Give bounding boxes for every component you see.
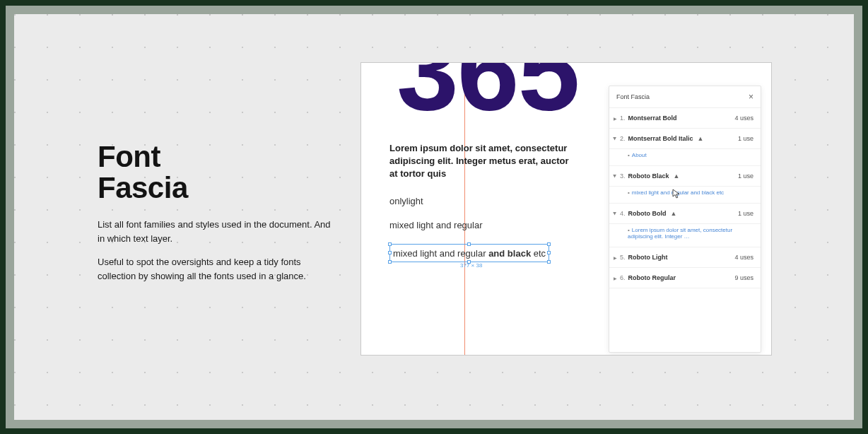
font-uses-count: 4 uses <box>734 115 753 122</box>
disclosure-triangle-icon[interactable]: ▶ <box>613 175 618 178</box>
resize-handle[interactable] <box>388 242 392 246</box>
selection-dimensions: 377 × 38 <box>460 262 482 269</box>
font-name: Roboto Bold <box>628 210 667 217</box>
font-row[interactable]: ▶2.Montserrat Bold Italic▲1 use <box>609 129 761 149</box>
font-fascia-panel: Font Fascia × ▶1.Montserrat Bold4 uses▶2… <box>609 86 761 353</box>
font-uses-count: 9 uses <box>734 274 753 281</box>
sample-mixed-regular: mixed light and regular <box>389 220 483 230</box>
font-uses-count: 4 uses <box>734 254 753 261</box>
plugin-title: Font Fascia <box>98 141 331 204</box>
font-layer-link[interactable]: •Lorem ipsum dolor sit amet, consectetur… <box>609 224 761 247</box>
font-name: Roboto Black <box>628 172 669 180</box>
resize-handle[interactable] <box>547 251 551 254</box>
promo-description-2: Useful to spot the oversights and keep a… <box>98 255 331 283</box>
figma-canvas-demo: 365 Lorem ipsum dolor sit amet, consecte… <box>360 62 772 356</box>
resize-handle[interactable] <box>547 260 551 264</box>
disclosure-triangle-icon[interactable]: ▶ <box>614 116 617 121</box>
font-index: 1. <box>620 115 626 122</box>
font-row[interactable]: ▶3.Roboto Black▲1 use <box>609 166 761 187</box>
promo-text-block: Font Fascia List all font families and s… <box>98 141 331 293</box>
font-name: Montserrat Bold <box>628 115 677 122</box>
promo-canvas: Font Fascia List all font families and s… <box>14 14 854 420</box>
font-uses-count: 1 use <box>738 210 753 217</box>
disclosure-triangle-icon[interactable]: ▶ <box>614 255 617 260</box>
promo-description-1: List all font families and styles used i… <box>98 218 331 245</box>
panel-header: Font Fascia × <box>609 86 761 108</box>
disclosure-triangle-icon[interactable]: ▶ <box>613 212 618 216</box>
font-uses-count: 1 use <box>738 172 753 180</box>
font-row[interactable]: ▶4.Roboto Bold▲1 use <box>609 204 761 224</box>
font-name: Roboto Light <box>628 254 668 261</box>
font-index: 3. <box>620 172 626 180</box>
selected-text-layer[interactable]: mixed light and regular and black etc <box>389 244 549 262</box>
warning-icon: ▲ <box>674 172 680 180</box>
font-uses-count: 1 use <box>738 135 753 142</box>
font-row[interactable]: ▶5.Roboto Light4 uses <box>609 247 761 268</box>
font-row[interactable]: ▶6.Roboto Regular9 uses <box>609 268 761 288</box>
font-row[interactable]: ▶1.Montserrat Bold4 uses <box>609 108 761 129</box>
font-name: Roboto Regular <box>628 274 676 281</box>
disclosure-triangle-icon[interactable]: ▶ <box>613 137 618 141</box>
close-icon[interactable]: × <box>749 92 753 102</box>
font-name: Montserrat Bold Italic <box>628 135 693 142</box>
warning-icon: ▲ <box>671 210 677 217</box>
font-index: 5. <box>620 254 626 261</box>
disclosure-triangle-icon[interactable]: ▶ <box>614 276 617 281</box>
warning-icon: ▲ <box>698 135 704 142</box>
sample-onlylight: onlylight <box>389 196 423 206</box>
font-layer-link[interactable]: •About <box>609 149 761 166</box>
big-number-text: 365 <box>397 62 579 127</box>
font-index: 2. <box>620 135 626 142</box>
font-index: 4. <box>620 210 626 217</box>
resize-handle[interactable] <box>388 251 392 254</box>
resize-handle[interactable] <box>547 242 551 246</box>
resize-handle[interactable] <box>388 260 392 264</box>
resize-handle[interactable] <box>467 242 471 246</box>
sample-paragraph: Lorem ipsum dolor sit amet, consectetur … <box>389 142 573 181</box>
font-index: 6. <box>620 274 626 281</box>
panel-title: Font Fascia <box>616 93 650 100</box>
font-layer-link[interactable]: •mixed light and regular and black etc <box>609 187 761 204</box>
